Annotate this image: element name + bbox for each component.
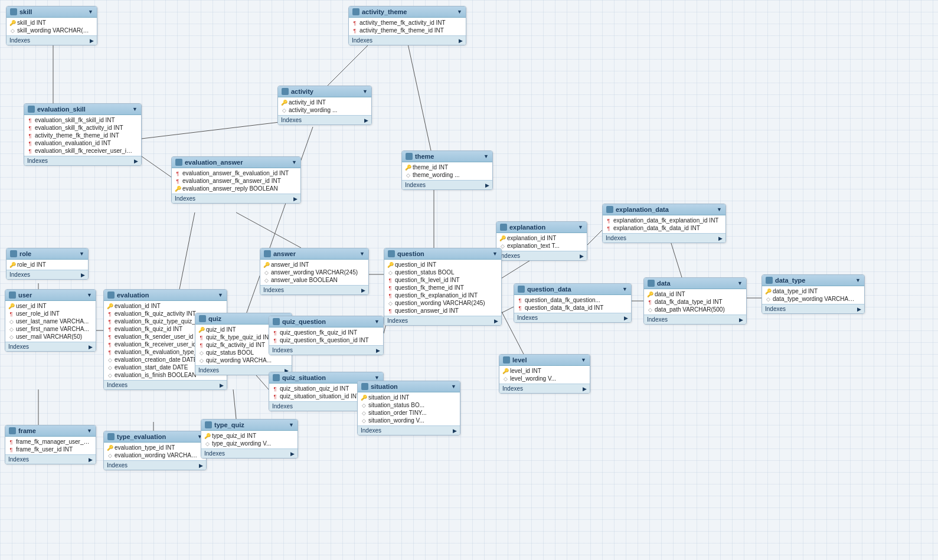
table-data[interactable]: data▼🔑data_id INT¶data_fk_data_type_id I… xyxy=(643,277,747,325)
table-dropdown-quiz_question[interactable]: ▼ xyxy=(374,319,380,325)
indexes-arrow-data_type[interactable]: ▶ xyxy=(857,306,861,312)
indexes-row-question[interactable]: Indexes▶ xyxy=(384,316,501,325)
table-type_evaluation[interactable]: type_evaluation▼🔑evaluation_type_id INT◇… xyxy=(103,431,207,470)
indexes-row-evaluation[interactable]: Indexes▶ xyxy=(104,380,227,389)
table-header-activity[interactable]: activity▼ xyxy=(278,86,371,97)
indexes-arrow-role[interactable]: ▶ xyxy=(81,272,85,278)
table-header-evaluation_skill[interactable]: evaluation_skill▼ xyxy=(24,104,141,115)
table-dropdown-answer[interactable]: ▼ xyxy=(359,251,365,257)
table-dropdown-data_type[interactable]: ▼ xyxy=(855,277,861,283)
indexes-row-level[interactable]: Indexes▶ xyxy=(499,384,590,393)
table-dropdown-explanation[interactable]: ▼ xyxy=(578,224,583,230)
indexes-row-role[interactable]: Indexes▶ xyxy=(6,270,88,279)
table-answer[interactable]: answer▼🔑answer_id INT◇answer_wording VAR… xyxy=(260,248,369,295)
indexes-row-type_quiz[interactable]: Indexes▶ xyxy=(201,448,298,458)
table-dropdown-user[interactable]: ▼ xyxy=(87,292,92,298)
table-header-frame[interactable]: frame▼ xyxy=(5,425,96,437)
table-quiz_question[interactable]: quiz_question▼¶quiz_question_fk_quiz_id … xyxy=(269,316,384,355)
table-header-situation[interactable]: situation▼ xyxy=(358,381,460,392)
table-question[interactable]: question▼🔑question_id INT◇question_statu… xyxy=(384,248,502,326)
table-situation[interactable]: situation▼🔑situation_id INT◇situation_st… xyxy=(357,381,460,435)
table-dropdown-data[interactable]: ▼ xyxy=(737,280,743,286)
table-dropdown-skill[interactable]: ▼ xyxy=(88,9,93,15)
indexes-arrow-explanation_data[interactable]: ▶ xyxy=(718,235,723,241)
table-activity[interactable]: activity▼🔑activity_id INT◇activity_wordi… xyxy=(277,86,372,125)
indexes-row-explanation_data[interactable]: Indexes▶ xyxy=(603,233,725,243)
indexes-arrow-evaluation_skill[interactable]: ▶ xyxy=(134,158,138,164)
table-dropdown-activity[interactable]: ▼ xyxy=(362,89,368,94)
indexes-row-evaluation_skill[interactable]: Indexes▶ xyxy=(24,156,141,165)
table-header-answer[interactable]: answer▼ xyxy=(260,248,368,260)
table-theme[interactable]: theme▼🔑theme_id INT◇theme_wording ...Ind… xyxy=(401,150,493,190)
table-dropdown-explanation_data[interactable]: ▼ xyxy=(717,207,722,212)
table-dropdown-question[interactable]: ▼ xyxy=(492,251,498,257)
table-header-data_type[interactable]: data_type▼ xyxy=(762,275,864,286)
table-question_data[interactable]: question_data▼¶question_data_fk_question… xyxy=(514,283,632,323)
table-level[interactable]: level▼🔑level_id INT◇level_wording V...In… xyxy=(499,354,590,394)
indexes-row-user[interactable]: Indexes▶ xyxy=(5,342,96,351)
indexes-row-question_data[interactable]: Indexes▶ xyxy=(514,313,631,322)
table-header-evaluation[interactable]: evaluation▼ xyxy=(104,290,227,301)
table-header-type_evaluation[interactable]: type_evaluation▼ xyxy=(104,431,206,443)
indexes-arrow-skill[interactable]: ▶ xyxy=(90,38,94,44)
indexes-row-quiz_question[interactable]: Indexes▶ xyxy=(269,345,383,355)
indexes-arrow-answer[interactable]: ▶ xyxy=(361,287,365,293)
table-user[interactable]: user▼🔑user_id INT¶user_role_id INT◇user_… xyxy=(5,289,96,352)
table-dropdown-theme[interactable]: ▼ xyxy=(483,153,489,159)
indexes-row-activity[interactable]: Indexes▶ xyxy=(278,115,371,125)
table-dropdown-activity_theme[interactable]: ▼ xyxy=(457,9,462,15)
table-evaluation_skill[interactable]: evaluation_skill▼¶evaluation_skill_fk_sk… xyxy=(24,103,142,166)
indexes-arrow-user[interactable]: ▶ xyxy=(89,344,93,350)
table-header-level[interactable]: level▼ xyxy=(499,355,590,366)
indexes-arrow-type_quiz[interactable]: ▶ xyxy=(290,451,295,457)
table-dropdown-role[interactable]: ▼ xyxy=(79,251,84,257)
table-header-explanation[interactable]: explanation▼ xyxy=(496,222,587,233)
table-dropdown-frame[interactable]: ▼ xyxy=(87,428,92,434)
indexes-arrow-question[interactable]: ▶ xyxy=(494,318,498,324)
indexes-arrow-type_evaluation[interactable]: ▶ xyxy=(199,463,203,469)
table-header-activity_theme[interactable]: activity_theme▼ xyxy=(349,6,466,18)
indexes-arrow-evaluation_answer[interactable]: ▶ xyxy=(293,196,298,202)
indexes-arrow-explanation[interactable]: ▶ xyxy=(580,253,584,259)
table-header-question_data[interactable]: question_data▼ xyxy=(514,284,631,295)
indexes-arrow-activity_theme[interactable]: ▶ xyxy=(459,38,463,44)
indexes-arrow-question_data[interactable]: ▶ xyxy=(624,315,628,321)
indexes-row-data_type[interactable]: Indexes▶ xyxy=(762,304,864,313)
table-role[interactable]: role▼🔑role_id INTIndexes▶ xyxy=(6,248,89,280)
indexes-row-theme[interactable]: Indexes▶ xyxy=(402,180,492,189)
indexes-arrow-theme[interactable]: ▶ xyxy=(485,182,489,188)
indexes-row-frame[interactable]: Indexes▶ xyxy=(5,454,96,464)
table-header-quiz_question[interactable]: quiz_question▼ xyxy=(269,316,383,328)
table-header-explanation_data[interactable]: explanation_data▼ xyxy=(603,204,725,215)
indexes-arrow-frame[interactable]: ▶ xyxy=(89,457,93,463)
table-header-data[interactable]: data▼ xyxy=(644,278,746,289)
indexes-row-situation[interactable]: Indexes▶ xyxy=(358,425,460,435)
indexes-row-explanation[interactable]: Indexes▶ xyxy=(496,251,587,260)
indexes-row-activity_theme[interactable]: Indexes▶ xyxy=(349,35,466,45)
table-dropdown-type_quiz[interactable]: ▼ xyxy=(289,422,294,428)
table-dropdown-situation[interactable]: ▼ xyxy=(451,384,456,389)
table-dropdown-question_data[interactable]: ▼ xyxy=(622,286,627,292)
table-header-skill[interactable]: skill▼ xyxy=(6,6,97,18)
table-frame[interactable]: frame▼¶frame_fk_manager_user_id INT¶fram… xyxy=(5,425,96,464)
table-header-theme[interactable]: theme▼ xyxy=(402,151,492,162)
indexes-row-skill[interactable]: Indexes▶ xyxy=(6,35,97,45)
table-header-type_quiz[interactable]: type_quiz▼ xyxy=(201,420,298,431)
indexes-row-type_evaluation[interactable]: Indexes▶ xyxy=(104,460,206,470)
indexes-arrow-quiz_question[interactable]: ▶ xyxy=(376,348,380,353)
indexes-row-answer[interactable]: Indexes▶ xyxy=(260,285,368,294)
indexes-row-data[interactable]: Indexes▶ xyxy=(644,315,746,324)
table-explanation[interactable]: explanation▼🔑explanation_id INT◇explanat… xyxy=(496,221,587,261)
table-data_type[interactable]: data_type▼🔑data_type_id INT◇data_type_wo… xyxy=(761,274,865,314)
indexes-arrow-activity[interactable]: ▶ xyxy=(364,117,368,123)
indexes-arrow-situation[interactable]: ▶ xyxy=(453,428,457,434)
indexes-arrow-evaluation[interactable]: ▶ xyxy=(220,382,224,388)
indexes-arrow-level[interactable]: ▶ xyxy=(583,386,587,392)
table-header-question[interactable]: question▼ xyxy=(384,248,501,260)
table-skill[interactable]: skill▼🔑skill_id INT◇skill_wording VARCHA… xyxy=(6,6,97,45)
indexes-arrow-data[interactable]: ▶ xyxy=(739,317,743,323)
table-dropdown-evaluation_skill[interactable]: ▼ xyxy=(132,106,138,112)
table-dropdown-quiz_situation[interactable]: ▼ xyxy=(374,375,380,381)
table-activity_theme[interactable]: activity_theme▼¶activity_theme_fk_activi… xyxy=(348,6,466,45)
indexes-row-evaluation_answer[interactable]: Indexes▶ xyxy=(172,194,300,203)
